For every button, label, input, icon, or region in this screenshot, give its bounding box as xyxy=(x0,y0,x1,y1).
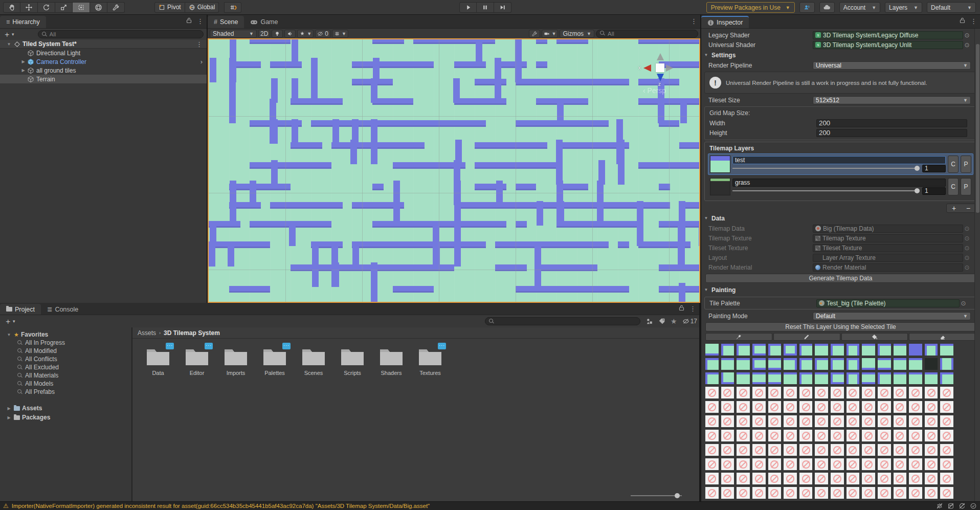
palette-tile-empty[interactable] xyxy=(705,415,719,427)
folder-palettes[interactable]: ···Palettes xyxy=(255,346,294,376)
palette-tile-empty[interactable] xyxy=(752,387,766,398)
palette-tile-empty[interactable] xyxy=(815,415,828,427)
move-tool-button[interactable] xyxy=(20,2,38,13)
grid-snapping-button[interactable] xyxy=(224,2,241,13)
filter-by-type-icon[interactable] xyxy=(646,318,653,325)
palette-tile[interactable] xyxy=(862,372,875,384)
object-picker-icon[interactable]: ⊙ xyxy=(963,245,971,252)
rect-tool-button[interactable] xyxy=(73,2,90,13)
transform-tool-button[interactable] xyxy=(90,2,107,13)
palette-tile-empty[interactable] xyxy=(894,401,907,413)
axis-y-cone[interactable] xyxy=(657,53,664,60)
hierarchy-search[interactable] xyxy=(38,30,204,38)
palette-tile[interactable] xyxy=(705,372,719,384)
palette-tile-empty[interactable] xyxy=(909,415,922,427)
palette-tile-empty[interactable] xyxy=(784,444,797,456)
palette-tile-empty[interactable] xyxy=(784,487,797,499)
pause-button[interactable] xyxy=(477,2,494,13)
palette-tile-empty[interactable] xyxy=(737,387,750,398)
legacy-shader-field[interactable]: s3D Tilemap System/Legacy Diffuse xyxy=(813,31,963,39)
add-layer-button[interactable]: + xyxy=(947,204,961,212)
folder-textures[interactable]: ···Textures xyxy=(411,346,450,376)
palette-tile-empty[interactable] xyxy=(721,473,734,484)
reset-layer-button[interactable]: Reset This Layer Using the Selected Tile xyxy=(705,322,976,331)
folder-scenes[interactable]: Scenes xyxy=(294,346,333,376)
folder-data[interactable]: ···Data xyxy=(139,346,177,376)
palette-tile[interactable] xyxy=(815,372,828,384)
palette-tile-empty[interactable] xyxy=(940,473,953,484)
play-button[interactable] xyxy=(459,2,477,13)
paste-layer-button[interactable]: P xyxy=(961,178,971,195)
palette-tile-empty[interactable] xyxy=(705,430,719,441)
palette-tile-empty[interactable] xyxy=(940,401,953,413)
palette-tile[interactable] xyxy=(894,344,907,356)
palette-tile-empty[interactable] xyxy=(831,473,844,484)
object-picker-icon[interactable]: ⊙ xyxy=(963,254,971,261)
palette-tile-empty[interactable] xyxy=(752,487,766,499)
lighting-toggle-button[interactable] xyxy=(272,30,283,38)
palette-tile-empty[interactable] xyxy=(815,487,828,499)
tileset-size-dropdown[interactable]: 512x512▼ xyxy=(813,96,971,104)
palette-tile-empty[interactable] xyxy=(799,444,813,456)
palette-tile-empty[interactable] xyxy=(799,387,813,398)
palette-tile-empty[interactable] xyxy=(925,473,938,484)
palette-tile-empty[interactable] xyxy=(721,458,734,470)
favorite-all-in-progress[interactable]: All In Progress xyxy=(0,339,131,347)
lock-icon[interactable] xyxy=(679,305,684,313)
palette-tile-empty[interactable] xyxy=(909,401,922,413)
icon-size-slider[interactable] xyxy=(631,495,682,496)
palette-tile-empty[interactable] xyxy=(784,387,797,398)
object-picker-icon[interactable]: ⊙ xyxy=(960,300,967,307)
favorite-all-materials[interactable]: All Materials xyxy=(0,371,131,380)
opacity-slider[interactable] xyxy=(732,168,920,169)
palette-tile-empty[interactable] xyxy=(705,458,719,470)
palette-tile-empty[interactable] xyxy=(737,415,750,427)
palette-tile-empty[interactable] xyxy=(940,415,953,427)
rotate-tool-button[interactable] xyxy=(38,2,55,13)
palette-tile[interactable] xyxy=(909,344,922,356)
folder-shaders[interactable]: Shaders xyxy=(372,346,411,376)
palette-tile-empty[interactable] xyxy=(862,401,875,413)
palette-tile-empty[interactable] xyxy=(847,415,860,427)
menu-icon[interactable]: ⋮ xyxy=(691,17,697,25)
palette-tile-empty[interactable] xyxy=(831,487,844,499)
gizmos-dropdown[interactable]: Gizmos▼ xyxy=(560,30,594,38)
palette-tile-empty[interactable] xyxy=(784,415,797,427)
cloud-button[interactable] xyxy=(819,2,835,13)
foldout-icon[interactable]: ▼ xyxy=(6,42,12,47)
collab-button[interactable] xyxy=(799,2,815,13)
palette-tile-empty[interactable] xyxy=(768,444,782,456)
palette-tile[interactable] xyxy=(847,344,860,356)
palette-tile-empty[interactable] xyxy=(799,458,813,470)
palette-tile-empty[interactable] xyxy=(909,430,922,441)
project-search[interactable] xyxy=(485,317,640,325)
expander-icon[interactable]: ▶ xyxy=(20,59,26,64)
palette-tile-empty[interactable] xyxy=(878,387,891,398)
object-picker-icon[interactable]: ⊙ xyxy=(963,264,971,271)
scene-viewport[interactable]: x z ‹ Persp xyxy=(208,38,700,303)
tab-hierarchy[interactable]: ≡ Hierarchy xyxy=(0,16,46,28)
palette-tile-empty[interactable] xyxy=(768,473,782,484)
scene-camera-dropdown[interactable]: ▼ xyxy=(542,30,558,38)
root-assets[interactable]: ▶Assets xyxy=(0,404,131,412)
breadcrumb-current[interactable]: 3D Tilemap System xyxy=(164,329,220,337)
lock-icon[interactable] xyxy=(186,17,192,25)
palette-tile[interactable] xyxy=(878,358,891,370)
breadcrumb-root[interactable]: Assets xyxy=(138,329,156,337)
favorite-all-conflicts[interactable]: All Conflicts xyxy=(0,355,131,363)
palette-tile-empty[interactable] xyxy=(862,487,875,499)
universal-shader-field[interactable]: s3D Tilemap System/Legacy Unlit xyxy=(813,41,963,49)
palette-tile[interactable] xyxy=(878,344,891,356)
palette-tile-empty[interactable] xyxy=(847,458,860,470)
palette-tile-empty[interactable] xyxy=(752,415,766,427)
palette-tile-empty[interactable] xyxy=(847,444,860,456)
palette-tile-empty[interactable] xyxy=(705,473,719,484)
palette-tile-empty[interactable] xyxy=(925,487,938,499)
palette-tile-empty[interactable] xyxy=(815,444,828,456)
palette-tile-empty[interactable] xyxy=(878,444,891,456)
opacity-slider[interactable] xyxy=(732,190,920,191)
inspector-scrollbar[interactable] xyxy=(974,29,980,501)
favorite-all-modified[interactable]: All Modified xyxy=(0,347,131,355)
debugger-detached-icon[interactable] xyxy=(936,502,943,509)
tab-game[interactable]: Game xyxy=(244,16,284,28)
